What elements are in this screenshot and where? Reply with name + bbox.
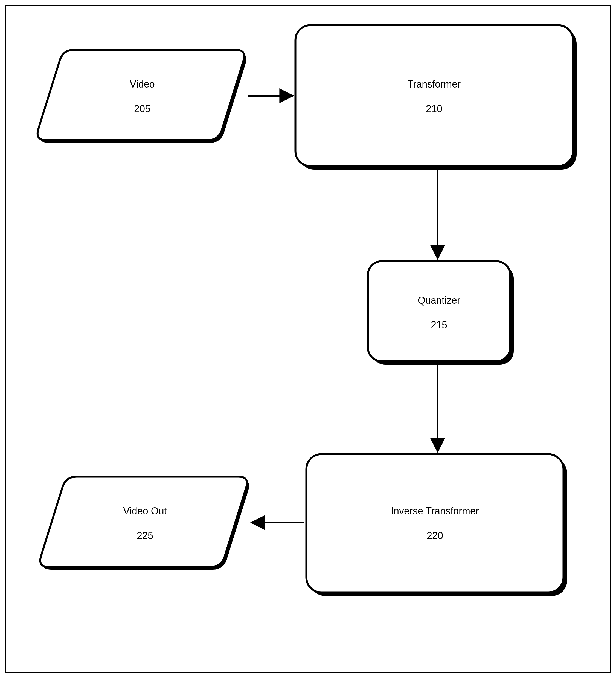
video-label: Video: [130, 78, 155, 90]
inverse-transformer-node: Inverse Transformer 220: [306, 454, 567, 596]
inverse-transformer-num: 220: [427, 530, 443, 541]
svg-rect-1: [296, 25, 573, 166]
flow-diagram: Video 205 Transformer 210 Quantizer 215 …: [0, 0, 616, 678]
inverse-transformer-label: Inverse Transformer: [391, 505, 479, 517]
svg-rect-5: [306, 454, 564, 592]
video-out-node: Video Out 225: [40, 477, 249, 570]
svg-rect-3: [368, 261, 510, 361]
transformer-label: Transformer: [408, 78, 461, 90]
quantizer-num: 215: [431, 319, 447, 331]
quantizer-node: Quantizer 215: [368, 261, 514, 365]
transformer-node: Transformer 210: [296, 25, 577, 170]
video-out-label: Video Out: [123, 505, 166, 517]
video-num: 205: [134, 103, 150, 114]
quantizer-label: Quantizer: [418, 295, 460, 306]
transformer-num: 210: [426, 103, 442, 114]
video-out-num: 225: [137, 530, 153, 541]
video-node: Video 205: [37, 50, 246, 143]
